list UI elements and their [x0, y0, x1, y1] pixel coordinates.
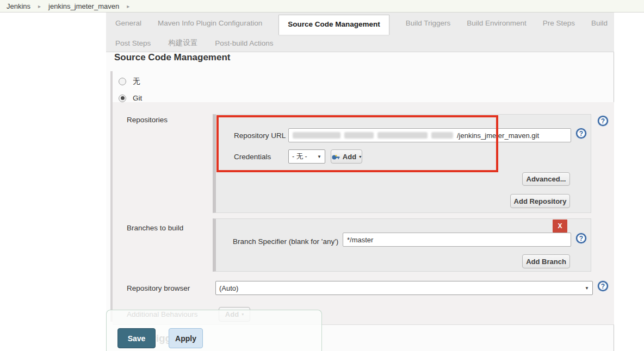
repository-browser-label: Repository browser	[127, 284, 190, 292]
repository-url-label: Repository URL	[234, 131, 286, 140]
radio-none-icon[interactable]	[119, 78, 126, 85]
tab-build-triggers[interactable]: Build Triggers	[406, 19, 451, 27]
branch-specifier-help-icon[interactable]: ?	[576, 233, 586, 243]
add-credentials-button[interactable]: Add ▾	[331, 149, 362, 164]
repository-browser-help-icon[interactable]: ?	[598, 281, 608, 291]
chevron-down-icon: ▼	[585, 286, 589, 291]
redacted-text	[293, 132, 340, 139]
radio-git-icon[interactable]	[119, 95, 126, 102]
tab-source-code-management[interactable]: Source Code Management	[278, 15, 389, 35]
credentials-label: Credentials	[234, 153, 271, 161]
tab-build[interactable]: Build	[591, 19, 608, 27]
repository-browser-selected-value: (Auto)	[219, 284, 238, 292]
redacted-text	[377, 132, 428, 139]
scm-option-none-label: 无	[133, 77, 140, 86]
tab-post-steps[interactable]: Post Steps	[115, 39, 151, 47]
apply-button[interactable]: Apply	[169, 328, 203, 348]
branch-specifier-label: Branch Specifier (blank for 'any')	[233, 237, 338, 246]
tab-maven-info-plugin-configuration[interactable]: Maven Info Plugin Configuration	[158, 19, 262, 27]
repository-browser-select[interactable]: (Auto) ▼	[215, 281, 593, 295]
delete-branch-button[interactable]: X	[553, 220, 567, 233]
redacted-text	[431, 132, 453, 139]
jenkins-config-page: Jenkins ▸ jenkins_jmeter_maven ▸ General…	[0, 0, 644, 351]
chevron-down-icon: ▼	[317, 154, 321, 159]
breadcrumb-separator-icon: ▸	[38, 3, 41, 9]
tab-pre-steps[interactable]: Pre Steps	[543, 19, 575, 27]
breadcrumb-separator-icon: ▸	[127, 3, 129, 9]
tab-row-2: Post Steps 构建设置 Post-build Actions	[106, 35, 614, 51]
add-credentials-label: Add	[343, 153, 356, 161]
scm-option-git[interactable]: Git	[119, 94, 142, 102]
key-icon	[332, 154, 340, 160]
add-repository-button[interactable]: Add Repository	[510, 194, 570, 208]
scm-option-git-label: Git	[133, 94, 142, 102]
add-repository-button-label: Add Repository	[514, 197, 567, 205]
branch-specifier-input[interactable]	[343, 233, 571, 247]
repository-url-visible-text: /jenkins_jmeter_maven.git	[457, 131, 539, 140]
tab-row-1: General Maven Info Plugin Configuration …	[106, 12, 614, 34]
credentials-select[interactable]: - 无 - ▼	[288, 149, 325, 164]
breadcrumb: Jenkins ▸ jenkins_jmeter_maven ▸	[0, 0, 644, 12]
breadcrumb-job[interactable]: jenkins_jmeter_maven	[48, 2, 119, 10]
advanced-button-label: Advanced...	[527, 175, 566, 183]
add-branch-button[interactable]: Add Branch	[522, 254, 570, 268]
save-button[interactable]: Save	[117, 328, 156, 348]
tab-post-build-actions[interactable]: Post-build Actions	[215, 39, 273, 47]
repository-url-input[interactable]: /jenkins_jmeter_maven.git	[288, 128, 571, 142]
scm-option-none[interactable]: 无	[119, 77, 140, 86]
advanced-button[interactable]: Advanced...	[522, 172, 570, 186]
tab-general[interactable]: General	[115, 19, 141, 27]
config-tab-bar: General Maven Info Plugin Configuration …	[106, 12, 614, 52]
branches-to-build-label: Branches to build	[127, 224, 183, 232]
chevron-down-icon: ▾	[359, 154, 361, 159]
repositories-label: Repositories	[127, 116, 168, 124]
credentials-selected-value: - 无 -	[292, 152, 307, 161]
tab-build-settings[interactable]: 构建设置	[168, 38, 197, 48]
add-branch-button-label: Add Branch	[526, 258, 566, 266]
repository-url-help-icon[interactable]: ?	[576, 128, 586, 139]
page-title: Source Code Management	[114, 52, 231, 63]
redacted-text	[344, 132, 374, 139]
breadcrumb-jenkins[interactable]: Jenkins	[7, 2, 30, 10]
repositories-help-icon[interactable]: ?	[598, 116, 608, 126]
tab-build-environment[interactable]: Build Environment	[467, 19, 527, 27]
